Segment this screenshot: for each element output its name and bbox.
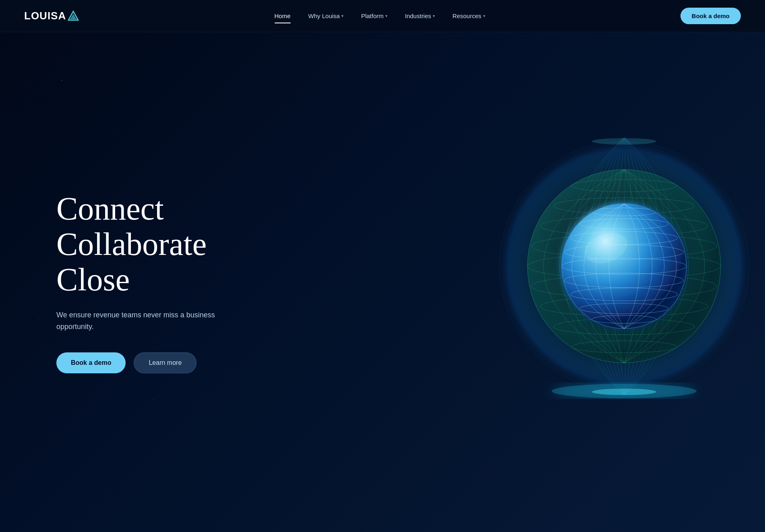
- hero-learn-more-button[interactable]: Learn more: [134, 352, 196, 373]
- chevron-down-icon: ▾: [341, 14, 343, 18]
- hero-buttons: Book a demo Learn more: [56, 352, 250, 373]
- hero-subtitle: We ensure revenue teams never miss a bus…: [56, 309, 250, 333]
- chevron-down-icon: ▾: [385, 14, 387, 18]
- globe-container: [491, 133, 757, 399]
- nav-industries[interactable]: Industries ▾: [398, 8, 442, 23]
- hero-content: Connect Collaborate Close We ensure reve…: [0, 191, 250, 374]
- navbar: LOUISA Home Why Louisa ▾ Platform ▾ Indu…: [0, 0, 765, 32]
- logo[interactable]: LOUISA: [24, 10, 79, 22]
- svg-point-31: [592, 138, 656, 145]
- hero-heading: Connect Collaborate Close: [56, 191, 250, 297]
- nav-why-louisa[interactable]: Why Louisa ▾: [301, 8, 351, 23]
- chevron-down-icon: ▾: [433, 14, 435, 18]
- chevron-down-icon: ▾: [483, 14, 485, 18]
- logo-icon: [68, 10, 79, 22]
- nav-resources[interactable]: Resources ▾: [445, 8, 492, 23]
- nav-platform[interactable]: Platform ▾: [354, 8, 395, 23]
- hero-line3: Close: [56, 262, 130, 297]
- nav-home[interactable]: Home: [267, 8, 298, 23]
- svg-point-15: [562, 204, 686, 329]
- hero-line1: Connect: [56, 191, 164, 226]
- hero-globe-visual: [483, 125, 765, 407]
- hero-section: Connect Collaborate Close We ensure reve…: [0, 0, 765, 532]
- globe-svg: [491, 133, 757, 399]
- hero-line2: Collaborate: [56, 226, 207, 262]
- nav-links: Home Why Louisa ▾ Platform ▾ Industries …: [267, 8, 492, 23]
- svg-point-30: [592, 389, 656, 395]
- nav-book-demo-button[interactable]: Book a demo: [680, 8, 741, 24]
- hero-book-demo-button[interactable]: Book a demo: [56, 352, 126, 373]
- logo-text: LOUISA: [24, 10, 66, 22]
